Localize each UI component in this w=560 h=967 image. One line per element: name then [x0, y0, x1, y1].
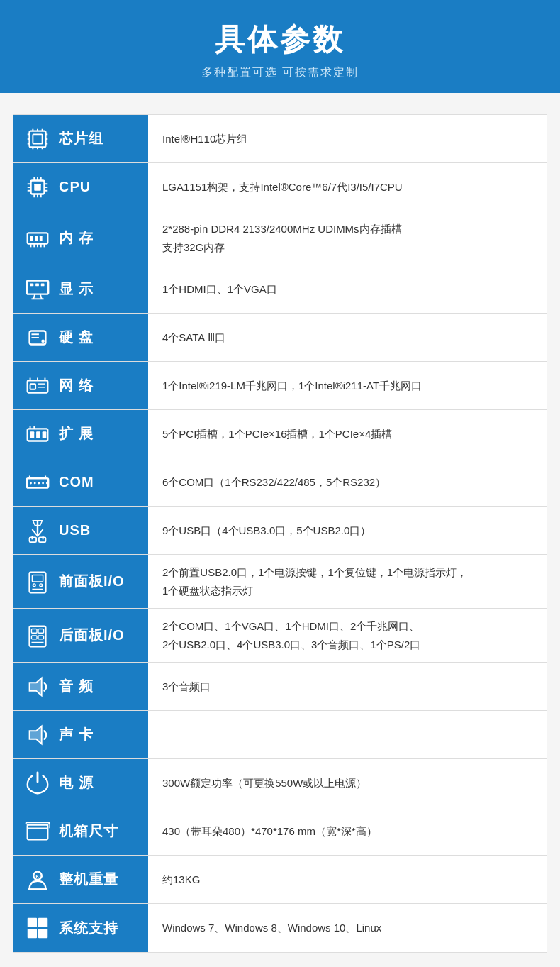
spec-label-text-com: COM — [59, 474, 94, 490]
spec-row-network: 网 络 1个Intel®i219-LM千兆网口，1个Intel®i211-AT千… — [13, 362, 547, 410]
svg-rect-29 — [30, 236, 33, 241]
audio-icon — [22, 671, 53, 702]
harddisk-icon — [22, 322, 53, 353]
spec-label-casesize: 机箱尺寸 — [13, 807, 148, 855]
spec-value-cpu: LGA1151构架，支持Intel®Core™6/7代I3/I5/I7CPU — [148, 163, 547, 211]
svg-point-63 — [34, 482, 36, 484]
spec-label-text-audio: 音 频 — [59, 677, 94, 696]
svg-rect-1 — [33, 134, 42, 143]
svg-point-62 — [30, 482, 32, 484]
svg-rect-0 — [30, 131, 46, 147]
svg-rect-82 — [38, 636, 44, 639]
spec-row-cpu: CPU LGA1151构架，支持Intel®Core™6/7代I3/I5/I7C… — [13, 163, 547, 211]
spec-value-harddisk: 4个SATA Ⅲ口 — [148, 314, 547, 361]
spec-row-memory: 内 存 2*288-pin DDR4 2133/2400MHz UDIMMs内存… — [13, 211, 547, 265]
svg-rect-96 — [38, 918, 47, 927]
spec-row-casesize: 机箱尺寸 430（带耳朵480）*470*176 mm（宽*深*高） — [13, 807, 547, 856]
spec-label-frontio: 前面板I/O — [13, 555, 148, 608]
spec-row-os: 系统支持 Windows 7、Windows 8、Windows 10、Linu… — [13, 904, 547, 952]
svg-rect-41 — [30, 283, 34, 286]
spec-label-memory: 内 存 — [13, 211, 148, 265]
spec-row-audio: 音 频 3个音频口 — [13, 663, 547, 711]
svg-rect-15 — [34, 184, 41, 191]
svg-rect-97 — [28, 929, 37, 938]
svg-rect-31 — [40, 236, 43, 241]
spec-label-text-memory: 内 存 — [59, 228, 94, 248]
svg-rect-49 — [30, 384, 36, 389]
casesize-icon — [22, 816, 53, 847]
spec-value-chipset: Intel®H110芯片组 — [148, 115, 547, 162]
spec-row-chipset: 芯片组 Intel®H110芯片组 — [13, 115, 547, 163]
spec-label-reario: 后面板I/O — [13, 609, 148, 662]
svg-rect-57 — [36, 431, 40, 438]
page-subtitle: 多种配置可选 可按需求定制 — [0, 65, 560, 80]
reario-icon — [22, 620, 53, 651]
spec-value-usb: 9个USB口（4个USB3.0口，5个USB2.0口） — [148, 507, 547, 554]
spec-row-frontio: 前面板I/O 2个前置USB2.0口，1个电源按键，1个复位键，1个电源指示灯，… — [13, 555, 547, 609]
svg-point-45 — [41, 339, 45, 343]
usb-icon — [22, 515, 53, 546]
spec-value-weight: 约13KG — [148, 856, 547, 903]
svg-rect-58 — [43, 431, 47, 438]
spec-row-com: COM 6个COM口（1个RS232/422/485，5个RS232） — [13, 458, 547, 507]
spec-label-power: 电 源 — [13, 759, 148, 807]
svg-rect-30 — [35, 236, 38, 241]
spec-row-power: 电 源 300W额定功率（可更换550W或以上电源） — [13, 759, 547, 807]
svg-point-76 — [40, 583, 43, 586]
spec-label-expansion: 扩 展 — [13, 410, 148, 458]
spec-label-os: 系统支持 — [13, 904, 148, 952]
spec-value-memory: 2*288-pin DDR4 2133/2400MHz UDIMMs内存插槽支持… — [148, 211, 547, 265]
svg-rect-79 — [31, 629, 37, 633]
spec-label-harddisk: 硬 盘 — [13, 314, 148, 361]
svg-rect-56 — [30, 431, 35, 438]
spec-value-expansion: 5个PCI插槽，1个PCIe×16插槽，1个PCIe×4插槽 — [148, 410, 547, 458]
memory-icon — [22, 223, 53, 254]
spec-label-text-usb: USB — [59, 522, 91, 538]
spec-label-chipset: 芯片组 — [13, 115, 148, 162]
svg-rect-86 — [28, 824, 48, 839]
svg-rect-37 — [27, 280, 48, 294]
spec-row-usb: USB 9个USB口（4个USB3.0口，5个USB2.0口） — [13, 507, 547, 555]
power-icon — [22, 768, 53, 799]
svg-rect-81 — [31, 636, 37, 639]
os-icon — [22, 912, 53, 944]
spec-row-reario: 后面板I/O 2个COM口、1个VGA口、1个HDMI口、2个千兆网口、2个US… — [13, 609, 547, 663]
spec-label-audio: 音 频 — [13, 663, 148, 710]
spec-label-text-chipset: 芯片组 — [59, 129, 103, 148]
weight-icon: KG — [22, 864, 53, 895]
spec-row-weight: KG 整机重量 约13KG — [13, 856, 547, 904]
spec-label-usb: USB — [13, 507, 148, 554]
spec-label-display: 显 示 — [13, 265, 148, 313]
cpu-icon — [22, 172, 53, 203]
spec-row-display: 显 示 1个HDMI口、1个VGA口 — [13, 265, 547, 314]
spec-value-os: Windows 7、Windows 8、Windows 10、Linux — [148, 904, 547, 952]
display-icon — [22, 274, 53, 305]
spec-label-network: 网 络 — [13, 362, 148, 409]
svg-rect-98 — [38, 929, 47, 938]
svg-marker-85 — [30, 726, 42, 744]
spec-value-soundcard: ———————————————— — [148, 711, 547, 758]
spec-value-frontio: 2个前置USB2.0口，1个电源按键，1个复位键，1个电源指示灯，1个硬盘状态指… — [148, 555, 547, 608]
spec-label-text-network: 网 络 — [59, 376, 94, 395]
svg-point-66 — [46, 482, 48, 484]
svg-point-64 — [38, 482, 40, 484]
svg-marker-84 — [30, 678, 42, 695]
spec-label-text-os: 系统支持 — [59, 919, 118, 938]
spec-value-audio: 3个音频口 — [148, 663, 547, 710]
spec-value-power: 300W额定功率（可更换550W或以上电源） — [148, 759, 547, 807]
spec-label-text-reario: 后面板I/O — [59, 626, 125, 645]
spec-label-text-power: 电 源 — [59, 773, 94, 792]
svg-point-65 — [42, 482, 44, 484]
spec-value-reario: 2个COM口、1个VGA口、1个HDMI口、2个千兆网口、2个USB2.0口、4… — [148, 609, 547, 662]
spec-row-soundcard: 声 卡 ———————————————— — [13, 711, 547, 759]
spec-label-text-frontio: 前面板I/O — [59, 572, 125, 591]
spec-value-display: 1个HDMI口、1个VGA口 — [148, 265, 547, 313]
svg-rect-43 — [41, 283, 45, 286]
svg-rect-74 — [32, 575, 43, 582]
svg-rect-80 — [38, 629, 44, 633]
spec-table: 芯片组 Intel®H110芯片组 CPU L — [13, 114, 547, 953]
spec-label-soundcard: 声 卡 — [13, 711, 148, 758]
spec-label-cpu: CPU — [13, 163, 148, 211]
spec-value-network: 1个Intel®i219-LM千兆网口，1个Intel®i211-AT千兆网口 — [148, 362, 547, 409]
page-title: 具体参数 — [0, 20, 560, 60]
